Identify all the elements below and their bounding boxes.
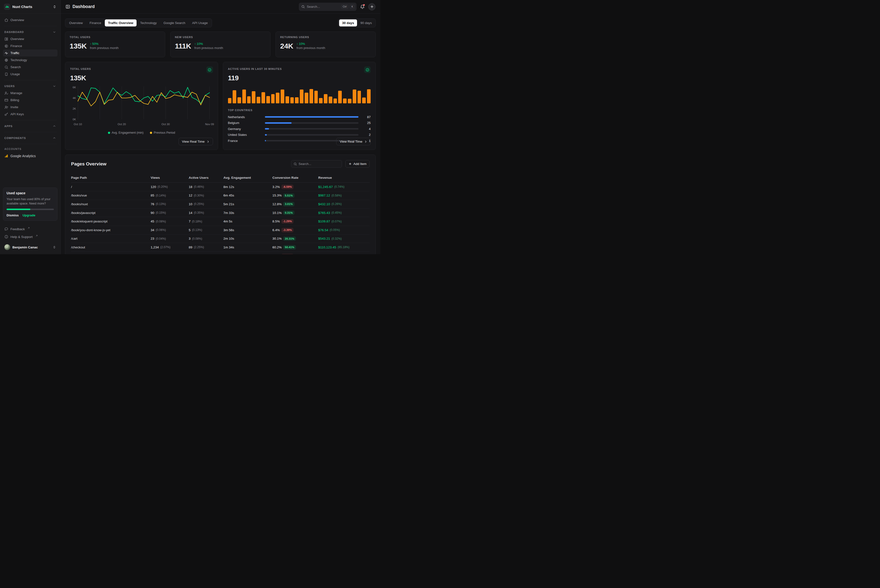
status-check-icon[interactable]: [364, 66, 370, 73]
country-row-germany[interactable]: Germany 4: [228, 126, 371, 132]
table-row[interactable]: /blog 6,543(10.97%) 432(10.94%) 5m 10s 1…: [71, 252, 370, 254]
table-row[interactable]: /books/vue 85(0.14%) 12(0.30%) 6m 45s 15…: [71, 191, 370, 200]
table-row[interactable]: /books/nuxt 76(0.13%) 10(0.25%) 5m 21s 1…: [71, 200, 370, 208]
global-search[interactable]: Ctrl K: [299, 3, 357, 11]
stat-delta: ↑50%: [90, 42, 119, 46]
country-bar: [265, 116, 359, 118]
notifications-bell-icon[interactable]: [360, 4, 365, 9]
column-header-active-users[interactable]: Active Users: [189, 176, 223, 180]
column-header-conversion-rate[interactable]: Conversion Rate: [272, 176, 318, 180]
panels-icon: [4, 37, 8, 41]
activity-bar: [276, 93, 279, 104]
add-new-button[interactable]: [368, 3, 375, 10]
country-value: 2: [362, 133, 370, 136]
country-row-belgium[interactable]: Belgium 25: [228, 120, 371, 126]
stat-card-returning-users: RETURNING USERS 24K ↑10% from previous m…: [276, 32, 376, 57]
sidebar-item-label: Finance: [10, 44, 22, 48]
activity-bar: [334, 99, 337, 104]
tab-traffic-overview[interactable]: Traffic Overview: [105, 20, 136, 27]
add-item-button[interactable]: Add Item: [345, 160, 370, 168]
tab-api-usage[interactable]: API Usage: [189, 20, 211, 27]
google-analytics-icon: [4, 154, 8, 158]
user-menu[interactable]: Benjamin Canac: [3, 243, 57, 252]
tab-overview[interactable]: Overview: [66, 20, 86, 27]
view-real-time-button[interactable]: View Real Time: [178, 138, 213, 145]
global-search-input[interactable]: [307, 5, 339, 9]
cell-avg-engagement: 6m 45s: [223, 194, 272, 197]
avatar: [4, 244, 10, 250]
search-icon: [294, 162, 297, 166]
section-toggle-apps[interactable]: APPS: [3, 123, 57, 129]
cell-views: 120(0.20%): [151, 185, 189, 189]
active-users-chart-card: ACTIVE USERS IN LAST 30 MINUTES 119 TOP …: [223, 62, 376, 150]
active-users-bar-chart: [228, 87, 371, 104]
legend-item-previous-period[interactable]: Previous Period: [150, 131, 175, 134]
column-header-views[interactable]: Views: [151, 176, 189, 180]
activity-bar: [319, 98, 322, 104]
cell-conversion-rate: 10.1%0.31%: [272, 210, 318, 215]
column-header-avg-engagement[interactable]: Avg. Engagement: [223, 176, 272, 180]
sidebar-nav: Overview DASHBOARD Overview Finance Traf…: [0, 14, 60, 159]
status-check-icon[interactable]: [207, 66, 213, 73]
sidebar-item-overview[interactable]: Overview: [3, 16, 57, 24]
sidebar-item-search[interactable]: Search: [3, 63, 57, 70]
range-90-days[interactable]: 90 days: [358, 20, 375, 27]
country-row-netherlands[interactable]: Netherlands 87: [228, 114, 371, 120]
sidebar-item-usage[interactable]: Usage: [3, 70, 57, 78]
cell-page-path: /books/javascript: [71, 211, 151, 214]
table-row[interactable]: /checkout 1,234(2.07%) 89(2.25%) 1m 34s …: [71, 243, 370, 252]
sidebar-item-label: Billing: [10, 98, 19, 102]
stat-value: 135K: [70, 42, 87, 50]
sidebar-section-apps: APPS: [3, 123, 57, 132]
svg-text:6K: 6K: [73, 86, 76, 89]
svg-text:2K: 2K: [73, 107, 76, 110]
table-row[interactable]: /books/javascript 90(0.15%) 14(0.35%) 7m…: [71, 208, 370, 218]
chevron-up-icon: [52, 124, 56, 128]
column-header-revenue[interactable]: Revenue: [318, 176, 370, 180]
sidebar-item-api-keys[interactable]: API Keys: [3, 111, 57, 118]
cell-revenue: $987.12(0.58%): [318, 194, 370, 197]
sidebar-item-traffic[interactable]: Traffic: [3, 50, 57, 57]
sidebar-item-help-support[interactable]: Help & Support: [3, 233, 57, 241]
tab-finance[interactable]: Finance: [86, 20, 104, 27]
table-body: / 120(0.20%) 18(0.46%) 8m 12s 3.2%-6.59%…: [71, 183, 370, 254]
tab-google-search[interactable]: Google Search: [160, 20, 189, 27]
collapse-sidebar-icon[interactable]: [66, 4, 70, 9]
pages-search[interactable]: [291, 160, 342, 168]
activity-bar: [324, 94, 327, 104]
conversion-delta-badge: -6.59%: [281, 184, 294, 189]
sidebar-item-technology[interactable]: Technology: [3, 57, 57, 63]
sidebar-item-manage[interactable]: Manage: [3, 90, 57, 96]
cell-conversion-rate: 1.2%-8.59%: [272, 254, 318, 254]
used-space-progress-fill: [6, 208, 30, 210]
sidebar-item-finance[interactable]: Finance: [3, 42, 57, 50]
view-real-time-button[interactable]: View Real Time: [336, 138, 370, 145]
section-toggle-users[interactable]: USERS: [3, 83, 57, 90]
workspace-switcher[interactable]: Nuxt Charts: [0, 0, 60, 14]
credit-card-icon: [4, 98, 8, 102]
sidebar-item-overview[interactable]: Overview: [3, 35, 57, 42]
used-space-title: Used space: [6, 191, 54, 195]
column-header-page-path[interactable]: Page Path: [71, 176, 151, 180]
legend-item-avg-engagement-min[interactable]: Avg. Engagement (min): [108, 131, 144, 134]
pages-search-input[interactable]: [298, 162, 340, 166]
table-row[interactable]: /book/you-dont-know-js-yet 34(0.06%) 5(0…: [71, 226, 370, 235]
sidebar-item-invite[interactable]: Invite: [3, 104, 57, 111]
message-icon: [4, 227, 8, 231]
section-toggle-dashboard[interactable]: DASHBOARD: [3, 28, 57, 35]
dismiss-button[interactable]: Dismiss: [6, 213, 19, 217]
account-item-google-analytics[interactable]: Google Analytics: [3, 152, 57, 159]
accounts-list: Google Analytics: [3, 152, 57, 159]
table-row[interactable]: /book/eloquent-javascript 45(0.08%) 7(0.…: [71, 217, 370, 226]
section-toggle-components[interactable]: COMPONENTS: [3, 135, 57, 141]
sidebar-item-billing[interactable]: Billing: [3, 96, 57, 104]
table-row[interactable]: /cart 23(0.04%) 3(0.08%) 2m 10s 30.1%20.…: [71, 235, 370, 243]
sidebar: Nuxt Charts Overview DASHBOARD Overview …: [0, 0, 61, 254]
country-row-united-states[interactable]: United States 2: [228, 132, 371, 138]
tab-technology[interactable]: Technology: [137, 20, 160, 27]
activity-icon: [4, 51, 8, 55]
upgrade-button[interactable]: Upgrade: [22, 213, 35, 217]
table-row[interactable]: / 120(0.20%) 18(0.46%) 8m 12s 3.2%-6.59%…: [71, 183, 370, 191]
sidebar-item-feedback[interactable]: Feedback: [3, 225, 57, 233]
range-30-days[interactable]: 30 days: [339, 20, 357, 27]
